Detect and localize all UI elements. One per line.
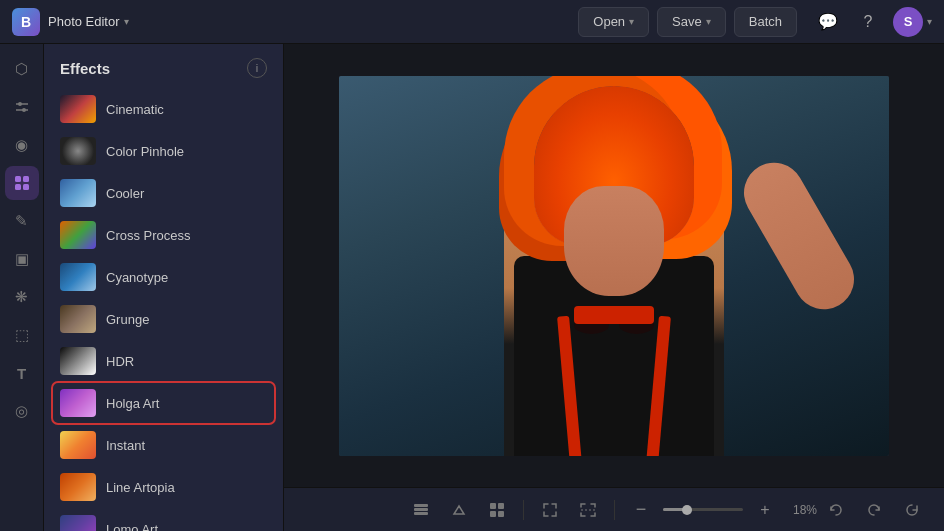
svg-rect-5 xyxy=(23,176,29,182)
adjustments-nav-btn[interactable] xyxy=(5,90,39,124)
canvas-image xyxy=(339,76,889,456)
svg-rect-11 xyxy=(490,503,496,509)
title-chevron: ▾ xyxy=(124,16,129,27)
svg-rect-10 xyxy=(414,504,428,507)
open-button[interactable]: Open ▾ xyxy=(578,7,649,37)
effect-thumb-cross-process xyxy=(60,221,96,249)
effect-label-instant: Instant xyxy=(106,438,145,453)
misc-nav-btn[interactable]: ◎ xyxy=(5,394,39,428)
effect-item-line-artopia[interactable]: Line Artopia xyxy=(52,466,275,508)
app-title-area[interactable]: Photo Editor ▾ xyxy=(48,14,129,29)
effect-thumb-hdr xyxy=(60,347,96,375)
topbar-right: 💬 ? S ▾ xyxy=(813,7,932,37)
eye-nav-btn[interactable]: ◉ xyxy=(5,128,39,162)
svg-rect-14 xyxy=(498,511,504,517)
fit-width-btn[interactable] xyxy=(572,494,604,526)
main-area: ⬡ ◉ ✎ ▣ ❋ ⬚ T ◎ Effects i xyxy=(0,44,944,531)
zoom-value: 18% xyxy=(787,503,823,517)
help-button[interactable]: ? xyxy=(853,7,883,37)
effects-nav-btn[interactable] xyxy=(5,166,39,200)
effect-thumb-cooler xyxy=(60,179,96,207)
canvas-main[interactable] xyxy=(284,44,944,487)
effect-item-grunge[interactable]: Grunge xyxy=(52,298,275,340)
zoom-out-btn[interactable]: − xyxy=(625,494,657,526)
zoom-in-btn[interactable]: + xyxy=(749,494,781,526)
svg-rect-9 xyxy=(414,512,428,515)
effect-thumb-grunge xyxy=(60,305,96,333)
svg-point-3 xyxy=(22,108,26,112)
effect-thumb-lomo-art xyxy=(60,515,96,531)
effect-label-holga-art: Holga Art xyxy=(106,396,159,411)
app-title: Photo Editor xyxy=(48,14,120,29)
redo-btn[interactable] xyxy=(858,494,890,526)
effects-title: Effects xyxy=(60,60,110,77)
icon-nav: ⬡ ◉ ✎ ▣ ❋ ⬚ T ◎ xyxy=(0,44,44,531)
reset-btn[interactable] xyxy=(896,494,928,526)
effect-thumb-cyanotype xyxy=(60,263,96,291)
effects-panel: Effects i Cinematic Color Pinhole Cooler… xyxy=(44,44,284,531)
effect-item-cyanotype[interactable]: Cyanotype xyxy=(52,256,275,298)
svg-rect-7 xyxy=(23,184,29,190)
effect-item-hdr[interactable]: HDR xyxy=(52,340,275,382)
effect-item-instant[interactable]: Instant xyxy=(52,424,275,466)
svg-point-1 xyxy=(18,102,22,106)
zoom-slider[interactable] xyxy=(663,508,743,511)
effect-thumb-cinematic xyxy=(60,95,96,123)
avatar-area[interactable]: S ▾ xyxy=(893,7,932,37)
effect-item-holga-art[interactable]: Holga Art xyxy=(52,382,275,424)
effect-item-cross-process[interactable]: Cross Process xyxy=(52,214,275,256)
svg-rect-6 xyxy=(15,184,21,190)
effect-item-color-pinhole[interactable]: Color Pinhole xyxy=(52,130,275,172)
effects-header: Effects i xyxy=(44,44,283,88)
svg-rect-13 xyxy=(490,511,496,517)
user-avatar[interactable]: S xyxy=(893,7,923,37)
effect-thumb-color-pinhole xyxy=(60,137,96,165)
svg-rect-8 xyxy=(414,508,428,511)
effect-label-cooler: Cooler xyxy=(106,186,144,201)
objects-nav-btn[interactable]: ❋ xyxy=(5,280,39,314)
chat-button[interactable]: 💬 xyxy=(813,7,843,37)
app-logo: B xyxy=(12,8,40,36)
effect-item-cooler[interactable]: Cooler xyxy=(52,172,275,214)
undo-btn[interactable] xyxy=(820,494,852,526)
brush-nav-btn[interactable]: ✎ xyxy=(5,204,39,238)
effect-label-cinematic: Cinematic xyxy=(106,102,164,117)
fit-screen-btn[interactable] xyxy=(534,494,566,526)
canvas-toolbar: − + 18% xyxy=(284,487,944,531)
effect-thumb-holga-art xyxy=(60,389,96,417)
effect-label-color-pinhole: Color Pinhole xyxy=(106,144,184,159)
effect-label-grunge: Grunge xyxy=(106,312,149,327)
layers-icon-btn[interactable] xyxy=(405,494,437,526)
effect-label-cross-process: Cross Process xyxy=(106,228,191,243)
effect-label-line-artopia: Line Artopia xyxy=(106,480,175,495)
effect-thumb-instant xyxy=(60,431,96,459)
effects-info-button[interactable]: i xyxy=(247,58,267,78)
effect-thumb-line-artopia xyxy=(60,473,96,501)
layers-nav-btn[interactable]: ⬡ xyxy=(5,52,39,86)
effects-list: Cinematic Color Pinhole Cooler Cross Pro… xyxy=(44,88,283,531)
topbar: B Photo Editor ▾ Open ▾ Save ▾ Batch 💬 ?… xyxy=(0,0,944,44)
avatar-chevron: ▾ xyxy=(927,16,932,27)
effect-label-cyanotype: Cyanotype xyxy=(106,270,168,285)
save-button[interactable]: Save ▾ xyxy=(657,7,726,37)
svg-rect-4 xyxy=(15,176,21,182)
camera-nav-btn[interactable]: ⬚ xyxy=(5,318,39,352)
effect-item-lomo-art[interactable]: Lomo Art xyxy=(52,508,275,531)
svg-rect-12 xyxy=(498,503,504,509)
toolbar-right-icons xyxy=(820,494,928,526)
canvas-area: − + 18% xyxy=(284,44,944,531)
mask-icon-btn[interactable] xyxy=(443,494,475,526)
frames-nav-btn[interactable]: ▣ xyxy=(5,242,39,276)
effect-label-hdr: HDR xyxy=(106,354,134,369)
effect-label-lomo-art: Lomo Art xyxy=(106,522,158,532)
effect-item-cinematic[interactable]: Cinematic xyxy=(52,88,275,130)
batch-button[interactable]: Batch xyxy=(734,7,797,37)
text-nav-btn[interactable]: T xyxy=(5,356,39,390)
grid-icon-btn[interactable] xyxy=(481,494,513,526)
